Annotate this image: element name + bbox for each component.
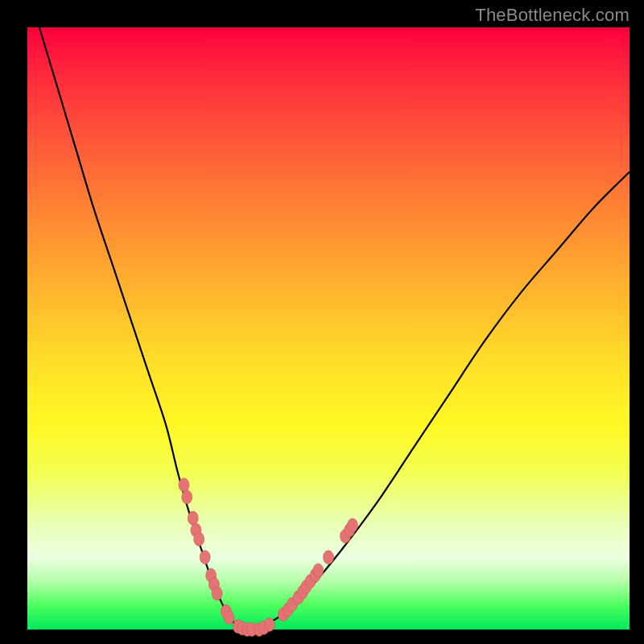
watermark-text: TheBottleneck.com bbox=[475, 5, 630, 26]
curve-marker bbox=[200, 551, 210, 564]
curve-marker bbox=[188, 511, 198, 525]
curve-marker bbox=[212, 587, 222, 601]
curve-marker bbox=[179, 478, 189, 492]
marker-layer bbox=[179, 478, 357, 637]
curve-marker bbox=[182, 490, 192, 504]
curve-marker bbox=[194, 532, 204, 546]
curve-marker bbox=[224, 611, 234, 625]
curve-marker bbox=[264, 618, 275, 632]
bottleneck-curve bbox=[39, 27, 630, 630]
curve-marker bbox=[324, 551, 334, 564]
chart-svg bbox=[27, 27, 630, 630]
curve-marker bbox=[347, 518, 357, 532]
curve-marker bbox=[313, 564, 324, 577]
chart-frame: TheBottleneck.com bbox=[0, 0, 644, 644]
plot-area bbox=[27, 27, 630, 630]
